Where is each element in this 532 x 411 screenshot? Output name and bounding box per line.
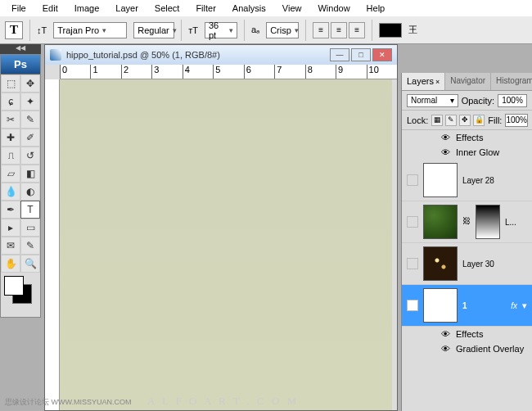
chevron-down-icon[interactable]: ▾ [522, 300, 527, 311]
menu-bar: File Edit Image Layer Select Filter Anal… [0, 0, 532, 16]
layer-name[interactable]: L... [505, 218, 516, 227]
menu-view[interactable]: View [274, 1, 310, 16]
visibility-toggle[interactable] [407, 174, 418, 186]
warp-text-button[interactable]: 王 [408, 24, 417, 36]
close-button[interactable]: ✕ [372, 48, 392, 61]
watermark: 思缘设计论坛 WWW.MISSYUAN.COM [5, 397, 132, 408]
layer-mask-thumbnail[interactable] [476, 205, 500, 239]
fx-badge[interactable]: fx [511, 301, 517, 310]
eye-icon[interactable]: 👁 [440, 343, 451, 355]
lasso-tool[interactable]: ɕ [1, 93, 20, 111]
eyedropper-tool[interactable]: ✎ [20, 237, 40, 255]
menu-file[interactable]: File [3, 1, 34, 16]
tab-navigator[interactable]: Navigator [445, 73, 491, 90]
layer-row[interactable]: Layer 28 [402, 160, 532, 201]
effect-inner-glow[interactable]: 👁 Inner Glow [402, 145, 532, 160]
menu-window[interactable]: Window [309, 1, 358, 16]
maximize-button[interactable]: □ [351, 48, 371, 61]
lock-transparency-icon[interactable]: ▦ [431, 115, 443, 126]
tab-histogram[interactable]: Histogram [491, 73, 532, 90]
link-icon[interactable]: ⛓ [462, 216, 471, 228]
ruler-mark: 4 [183, 65, 213, 79]
eye-icon[interactable]: 👁 [440, 147, 451, 158]
lock-label: Lock: [407, 115, 428, 125]
menu-edit[interactable]: Edit [34, 1, 66, 16]
eye-icon[interactable]: 👁 [440, 328, 451, 340]
layer-row[interactable]: Layer 30 [402, 243, 532, 285]
lock-brush-icon[interactable]: ✎ [445, 115, 457, 126]
align-center-button[interactable]: ≡ [331, 22, 347, 38]
shape-tool[interactable]: ▭ [20, 219, 40, 237]
toolbox-collapse[interactable]: ◀◀ [0, 44, 41, 54]
visibility-toggle[interactable] [407, 216, 418, 228]
gradient-tool[interactable]: ◧ [20, 165, 40, 183]
history-brush-tool[interactable]: ↺ [20, 147, 40, 165]
menu-analysis[interactable]: Analysis [224, 1, 274, 16]
canvas[interactable] [60, 79, 392, 410]
menu-image[interactable]: Image [66, 1, 108, 16]
layer-name[interactable]: 1 [462, 301, 467, 310]
font-style-dropdown[interactable]: Regular [133, 22, 174, 38]
brush-tool[interactable]: ✐ [20, 129, 40, 147]
effects-header[interactable]: 👁 Effects [402, 130, 532, 145]
menu-layer[interactable]: Layer [107, 1, 147, 16]
minimize-button[interactable]: — [330, 48, 349, 61]
effect-gradient-overlay[interactable]: 👁 Gradient Overlay [402, 341, 532, 356]
path-select-tool[interactable]: ▸ [1, 219, 20, 237]
slice-tool[interactable]: ✎ [20, 111, 40, 129]
zoom-tool[interactable]: 🔍 [20, 255, 40, 273]
color-swatches [1, 273, 40, 312]
visibility-toggle[interactable] [407, 258, 418, 269]
align-left-button[interactable]: ≡ [313, 22, 329, 38]
tab-layers[interactable]: Layers× [402, 73, 445, 90]
visibility-toggle[interactable]: 👁 [407, 300, 418, 311]
dodge-tool[interactable]: ◐ [20, 183, 40, 201]
effects-label: Effects [456, 133, 483, 142]
layer-thumbnail[interactable] [423, 246, 458, 281]
menu-filter[interactable]: Filter [187, 1, 223, 16]
opacity-input[interactable]: 100% [498, 94, 527, 107]
move-tool[interactable]: ✥ [20, 75, 40, 93]
ruler-horizontal[interactable]: 0 1 2 3 4 5 6 7 8 9 10 [60, 65, 397, 79]
stamp-tool[interactable]: ⎍ [1, 147, 20, 165]
text-orientation-button[interactable]: ↕T [37, 25, 47, 35]
heal-tool[interactable]: ✚ [1, 129, 20, 147]
document-titlebar[interactable]: hippo_tutorial.psd @ 50% (1, RGB/8#) — □… [45, 45, 397, 65]
foreground-color[interactable] [4, 276, 24, 296]
current-tool-icon[interactable]: T [5, 21, 23, 39]
wand-tool[interactable]: ✦ [20, 93, 40, 111]
lock-all-icon[interactable]: 🔒 [473, 115, 485, 126]
text-tool[interactable]: T [20, 201, 40, 219]
layer-row-selected[interactable]: 👁 1 fx ▾ [402, 285, 532, 327]
layer-row[interactable]: ⛓ L... [402, 201, 532, 243]
fill-input[interactable]: 100% [505, 114, 528, 127]
notes-tool[interactable]: ✉ [1, 237, 20, 255]
hand-tool[interactable]: ✋ [1, 255, 20, 273]
lock-move-icon[interactable]: ✥ [459, 115, 471, 126]
layer-thumbnail[interactable] [423, 205, 458, 239]
layer-list: 👁 Effects 👁 Inner Glow Layer 28 ⛓ L... [402, 130, 532, 356]
align-right-button[interactable]: ≡ [349, 22, 365, 38]
layer-thumbnail[interactable] [423, 288, 458, 323]
layer-name[interactable]: Layer 28 [462, 176, 494, 185]
blur-tool[interactable]: 💧 [1, 183, 20, 201]
ruler-mark: 6 [244, 65, 274, 79]
marquee-tool[interactable]: ⬚ [1, 75, 20, 93]
effects-header[interactable]: 👁 Effects [402, 327, 532, 341]
blend-mode-dropdown[interactable]: Normal [407, 94, 458, 107]
text-color-swatch[interactable] [379, 23, 402, 38]
layer-thumbnail[interactable] [423, 163, 458, 197]
toolbox: Ps ⬚ ✥ ɕ ✦ ✂ ✎ ✚ ✐ ⎍ ↺ ▱ ◧ 💧 ◐ ✒ T ▸ ▭ ✉… [0, 54, 41, 318]
menu-help[interactable]: Help [358, 1, 394, 16]
effect-name: Gradient Overlay [456, 344, 524, 354]
menu-select[interactable]: Select [147, 1, 188, 16]
eraser-tool[interactable]: ▱ [1, 165, 20, 183]
pen-tool[interactable]: ✒ [1, 201, 20, 219]
antialias-dropdown[interactable]: Crisp [266, 22, 299, 38]
eye-icon[interactable]: 👁 [440, 132, 451, 143]
font-family-dropdown[interactable]: Trajan Pro [53, 22, 127, 38]
ruler-vertical[interactable] [45, 79, 60, 410]
font-size-dropdown[interactable]: 36 pt [205, 22, 237, 38]
crop-tool[interactable]: ✂ [1, 111, 20, 129]
layer-name[interactable]: Layer 30 [462, 260, 494, 269]
